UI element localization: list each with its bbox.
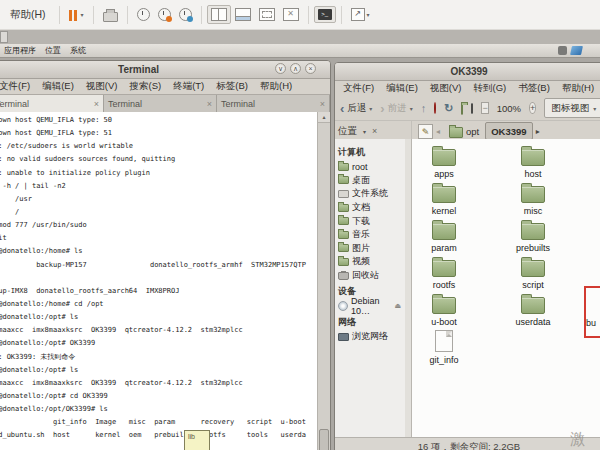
file-manager-menu-item[interactable]: 视图(V) — [424, 82, 468, 95]
home-folder-button[interactable] — [461, 104, 463, 115]
back-button[interactable]: ‹ 后退 ▾ — [340, 101, 372, 116]
sidebar-item[interactable]: root ⏏ — [335, 160, 405, 174]
zoom-out-button[interactable]: − — [481, 102, 488, 114]
send-ctrl-alt-del-button[interactable] — [99, 5, 122, 25]
terminal-scrollbar[interactable]: ▴ — [317, 112, 330, 450]
file-manager-menu-item[interactable]: 帮助(H) — [556, 82, 600, 95]
edit-location-button[interactable]: ✎ — [418, 124, 433, 139]
file-item[interactable]: git_info — [412, 330, 484, 365]
breadcrumb-parent[interactable]: opt — [443, 122, 485, 140]
computer-button[interactable] — [471, 103, 473, 114]
console-icon: >_ — [318, 9, 332, 20]
sidebar-scrollbar[interactable] — [405, 139, 412, 437]
chevron-down-icon[interactable]: ▾ — [369, 105, 372, 112]
terminal-line: t@donatello:/home# ls — [0, 245, 317, 258]
desktop-menu[interactable]: 系统 — [70, 45, 86, 56]
file-icon — [521, 186, 545, 203]
terminal-tab[interactable]: Terminal × — [104, 95, 217, 112]
show-library-button[interactable] — [207, 5, 231, 24]
file-manager-menu-item[interactable]: 文件(F) — [337, 82, 380, 95]
tab-close-icon[interactable]: × — [94, 99, 99, 109]
terminal-tab[interactable]: Terminal × — [0, 95, 104, 112]
file-item[interactable]: u-boot — [412, 293, 484, 327]
unity-mode-button[interactable] — [279, 5, 303, 24]
sidebar-item[interactable]: 浏览网络 ⏏ — [335, 330, 405, 344]
breadcrumb-left-icon[interactable]: ◂ — [436, 127, 440, 136]
close-button[interactable]: × — [305, 63, 316, 74]
eject-icon[interactable]: ⏏ — [394, 302, 405, 310]
terminal-menu-item[interactable]: 搜索(S) — [123, 80, 167, 93]
tray-input-method-icon[interactable] — [570, 46, 583, 55]
terminal-titlebar[interactable]: Terminal ∨ ∧ × — [0, 61, 330, 79]
breadcrumb-right-icon[interactable]: ▸ — [536, 127, 540, 136]
sidebar-item[interactable]: 文档 ⏏ — [335, 201, 405, 215]
terminal-menu-item[interactable]: 帮助(H) — [254, 80, 298, 93]
sidebar-item[interactable]: 计算机 ⏏ — [335, 145, 405, 160]
sidebar-item[interactable]: 桌面 ⏏ — [335, 174, 405, 188]
terminal-line: t@donatello:/opt# OK3399 — [0, 337, 317, 350]
view-mode-button[interactable]: 图标视图 ▾ — [544, 98, 600, 118]
fullscreen-button[interactable] — [255, 5, 279, 24]
tab-close-icon[interactable]: × — [320, 99, 325, 109]
terminal-menu-item[interactable]: 编辑(E) — [36, 80, 80, 93]
file-item[interactable]: rootfs — [412, 256, 484, 290]
file-item[interactable]: param — [412, 219, 484, 253]
terminal-menu-item[interactable]: 标签(B) — [210, 80, 254, 93]
sidebar-item[interactable]: 视频 ⏏ — [335, 255, 405, 269]
vm-tab[interactable] — [0, 31, 8, 43]
refresh-button[interactable]: ↻ — [444, 102, 453, 115]
chevron-down-icon[interactable]: ▾ — [410, 105, 413, 112]
up-button[interactable]: ↑ — [421, 102, 427, 114]
zoom-in-button[interactable]: + — [529, 102, 536, 114]
sidebar-item[interactable]: 网络 ⏏ — [335, 315, 405, 330]
sidebar-close-icon[interactable]: × — [372, 126, 377, 136]
terminal-line: xit — [0, 232, 317, 245]
sidebar-item[interactable]: 音乐 ⏏ — [335, 228, 405, 242]
scroll-up-icon[interactable]: ▴ — [318, 112, 330, 123]
file-manager-menu-item[interactable]: 书签(B) — [512, 82, 556, 95]
help-menu[interactable]: 帮助(H) — [10, 8, 46, 22]
revert-snapshot-button[interactable] — [154, 5, 175, 24]
suspend-vm-button[interactable]: ▾ — [65, 3, 88, 27]
file-item[interactable]: kernel — [412, 182, 484, 216]
tab-close-icon[interactable]: × — [207, 99, 212, 109]
sidebar-item[interactable]: 下载 ⏏ — [335, 214, 405, 228]
file-item[interactable]: prebuilts — [493, 219, 573, 253]
forward-button[interactable]: › 前进 ▾ — [380, 101, 412, 116]
file-manager-content: 计算机 ⏏ root ⏏ 桌面 ⏏ 文件系统 ⏏ 文档 ⏏ 下载 — [335, 139, 600, 437]
desktop-menu[interactable]: 位置 — [45, 45, 61, 56]
desktop-menu[interactable]: 应用程序 — [4, 45, 36, 56]
stretch-guest-button[interactable]: ↗ ▾ — [347, 5, 374, 24]
file-grid[interactable]: apps host kernel misc param prebuilts — [412, 139, 600, 437]
file-manager-menu-item[interactable]: 编辑(E) — [380, 82, 424, 95]
sidebar-item[interactable]: 回收站 ⏏ — [335, 269, 405, 283]
terminal-menu-item[interactable]: 视图(V) — [80, 80, 124, 93]
file-item[interactable]: userdata — [493, 293, 573, 327]
sidebar-mode-combo[interactable]: 位置 ▾ × — [335, 121, 412, 141]
take-snapshot-button[interactable] — [133, 5, 154, 24]
console-view-button[interactable]: >_ — [314, 6, 336, 23]
sidebar-item[interactable]: Debian 10… ⏏ — [335, 299, 405, 313]
breadcrumb-current[interactable]: OK3399 — [485, 122, 532, 140]
maximize-button[interactable]: ∧ — [290, 63, 301, 74]
terminal-menu-item[interactable]: 终端(T) — [167, 80, 210, 93]
manage-snapshots-button[interactable] — [175, 5, 196, 24]
file-item[interactable]: script — [493, 256, 573, 290]
bottom-pane-icon — [235, 8, 251, 21]
file-item[interactable]: host — [493, 145, 573, 179]
file-item[interactable]: apps — [412, 145, 484, 179]
file-manager-menu-item[interactable]: 转到(G) — [467, 82, 512, 95]
terminal-output-area[interactable]: nown host QEMU_IFLA type: 50nown host QE… — [0, 112, 330, 450]
show-thumbnail-bar-button[interactable] — [231, 5, 255, 24]
sidebar-item[interactable]: 图片 ⏏ — [335, 242, 405, 256]
stop-button[interactable] — [434, 102, 436, 114]
file-item[interactable]: misc — [493, 182, 573, 216]
scrollbar-thumb[interactable] — [319, 429, 329, 450]
tray-audio-icon[interactable] — [558, 46, 567, 55]
terminal-menu-item[interactable]: 文件(F) — [0, 80, 36, 93]
file-name: git_info — [429, 355, 458, 365]
terminal-tab[interactable]: Terminal × — [217, 95, 330, 112]
minimize-button[interactable]: ∨ — [275, 63, 286, 74]
sidebar-item[interactable]: 文件系统 ⏏ — [335, 187, 405, 201]
file-manager-titlebar[interactable]: OK3399 — [335, 63, 600, 81]
